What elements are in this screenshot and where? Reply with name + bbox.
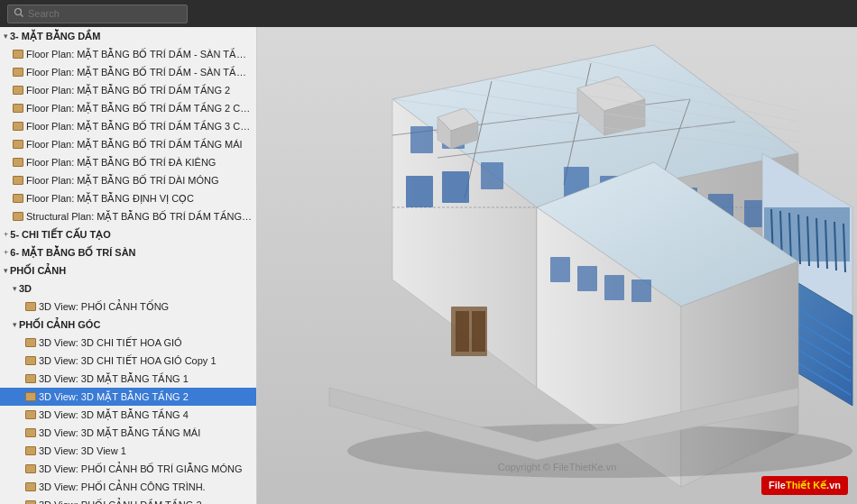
sidebar-item-dam7[interactable]: Floor Plan: MẶT BẰNG BỐ TRÍ ĐÀ KIÊNG: [0, 153, 256, 171]
sidebar-item-p5[interactable]: 3D View: 3D MẶT BẰNG TẦNG 4: [0, 406, 256, 424]
sidebar-item-label: Floor Plan: MẶT BẰNG BỐ TRÍ DẦM TẦNG 2 C…: [26, 101, 253, 115]
sidebar-item-label: 3D View: 3D MẶT BẰNG TẦNG 2: [39, 389, 189, 404]
sidebar-item-p3[interactable]: 3D View: 3D MẶT BẰNG TẦNG 1: [0, 370, 256, 388]
svg-rect-46: [631, 279, 651, 302]
sidebar-item-label: Floor Plan: MẶT BẰNG BỐ TRÍ ĐÀ KIÊNG: [26, 155, 216, 170]
top-bar: [0, 0, 857, 27]
file-icon: [25, 482, 36, 491]
sidebar-item-label: Floor Plan: MẶT BẰNG BỐ TRÍ DÀI MÓNG: [26, 173, 218, 188]
sidebar-item-label: PHỐI CẢNH: [10, 263, 66, 278]
sidebar-item-label: Floor Plan: MẶT BẰNG BỐ TRÍ DẦM - SÀN TẦ…: [26, 47, 253, 61]
svg-point-0: [15, 8, 22, 14]
sidebar-item-p7[interactable]: 3D View: 3D View 1: [0, 442, 256, 460]
sidebar-item-chitiet[interactable]: + 5- CHI TIẾT CẤU TẠO: [0, 225, 256, 243]
sidebar-item-label: Floor Plan: MẶT BẰNG BỐ TRÍ DẦM TẦNG MÁI: [26, 137, 243, 151]
file-icon: [13, 176, 23, 185]
content-area: FileThiết Kế.vn Copyright © FileThietKe.…: [257, 27, 857, 504]
file-icon: [25, 500, 36, 504]
watermark-domain: .vn: [826, 480, 841, 490]
sidebar-item-label: Floor Plan: MẶT BẰNG BỐ TRÍ DẦM TẦNG 3 C…: [26, 119, 253, 133]
file-icon: [25, 338, 36, 347]
sidebar-item-dam[interactable]: ▾ 3- MẶT BẰNG DẦM: [0, 27, 256, 45]
file-icon: [25, 446, 36, 455]
svg-rect-15: [442, 171, 469, 203]
sidebar-item-p8[interactable]: 3D View: PHỐI CẢNH BỐ TRÍ GIẰNG MÓNG: [0, 460, 256, 478]
expand-icon: +: [4, 227, 8, 242]
sidebar-item-label: 3D: [19, 281, 32, 296]
search-input[interactable]: [28, 8, 172, 19]
file-icon: [13, 50, 23, 59]
svg-rect-60: [472, 311, 485, 352]
sidebar-item-label: 3D View: 3D MẶT BẰNG TẦNG MÁI: [39, 426, 200, 440]
sidebar-item-label: 3D View: PHỐI CẢNH DẦM TẦNG 2: [39, 498, 202, 504]
sidebar-item-label: Structural Plan: MẶT BẰNG BỐ TRÍ DẦM TẦN…: [26, 209, 253, 224]
sidebar-item-dam4[interactable]: Floor Plan: MẶT BẰNG BỐ TRÍ DẦM TẦNG 2 C…: [0, 99, 256, 117]
sidebar-item-p9[interactable]: 3D View: PHỐI CẢNH CÔNG TRÌNH.: [0, 478, 256, 496]
sidebar-item-dam10[interactable]: Structural Plan: MẶT BẰNG BỐ TRÍ DẦM TẦN…: [0, 207, 256, 225]
copyright-text: Copyright © FileThietKe.vn: [498, 462, 617, 472]
sidebar-item-label: Floor Plan: MẶT BẰNG BỐ TRÍ DẦM - SÀN TẦ…: [26, 65, 253, 79]
expand-icon: +: [4, 245, 8, 260]
file-icon: [25, 428, 36, 437]
file-icon: [25, 374, 36, 383]
file-icon: [25, 356, 36, 365]
file-icon: [25, 410, 36, 419]
sidebar-item-p6[interactable]: 3D View: 3D MẶT BẰNG TẦNG MÁI: [0, 424, 256, 442]
sidebar-item-label: 3- MẶT BẰNG DẦM: [10, 29, 100, 43]
sidebar-item-label: 3D View: 3D View 1: [39, 444, 126, 458]
expand-icon: ▾: [13, 317, 17, 332]
file-icon: [13, 158, 23, 167]
building-3d-svg: [257, 27, 857, 504]
sidebar-item-matbang[interactable]: + 6- MẶT BẰNG BỐ TRÍ SÀN: [0, 243, 256, 261]
sidebar-item-label: 3D View: PHỐI CẢNH TỔNG: [39, 299, 169, 314]
expand-icon: ▾: [4, 29, 8, 43]
watermark: FileThiết Kế.vn: [761, 476, 848, 495]
expand-icon: ▾: [4, 263, 8, 278]
building-view: FileThiết Kế.vn Copyright © FileThietKe.…: [257, 27, 857, 504]
svg-rect-59: [456, 311, 469, 352]
sidebar-item-dam6[interactable]: Floor Plan: MẶT BẰNG BỐ TRÍ DẦM TẦNG MÁI: [0, 135, 256, 153]
sidebar-item-phoicanh[interactable]: ▾ PHỐI CẢNH: [0, 261, 256, 279]
svg-rect-14: [406, 176, 433, 207]
sidebar-item-3d[interactable]: ▾ 3D: [0, 279, 256, 298]
sidebar-item-phoicanh-goc[interactable]: ▾ PHỐI CẢNH GÓC: [0, 316, 256, 334]
file-icon: [13, 68, 23, 77]
expand-icon: ▾: [13, 281, 17, 296]
sidebar-item-label: Floor Plan: MẶT BẰNG ĐỊNH VỊ CỌC: [26, 191, 194, 206]
sidebar-item-dam8[interactable]: Floor Plan: MẶT BẰNG BỐ TRÍ DÀI MÓNG: [0, 171, 256, 189]
sidebar-item-label: 3D View: 3D CHI TIẾT HOA GIÓ: [39, 335, 182, 350]
file-icon: [13, 212, 23, 221]
sidebar-item-label: Floor Plan: MẶT BẰNG BỐ TRÍ DẦM TẦNG 2: [26, 83, 230, 97]
search-box[interactable]: [7, 5, 188, 23]
file-icon: [25, 302, 36, 311]
svg-line-1: [21, 14, 23, 16]
file-icon: [13, 104, 23, 113]
sidebar-item-label: 3D View: PHỐI CẢNH CÔNG TRÌNH.: [39, 480, 206, 494]
sidebar-item-label: 5- CHI TIẾT CẤU TẠO: [10, 227, 111, 242]
sidebar-item-dam5[interactable]: Floor Plan: MẶT BẰNG BỐ TRÍ DẦM TẦNG 3 C…: [0, 117, 256, 135]
sidebar-item-label: 3D View: 3D MẶT BẰNG TẦNG 4: [39, 408, 189, 422]
svg-rect-43: [550, 257, 570, 282]
sidebar-item-3d1[interactable]: 3D View: PHỐI CẢNH TỔNG: [0, 298, 256, 316]
search-icon: [14, 7, 24, 21]
sidebar-item-dam9[interactable]: Floor Plan: MẶT BẰNG ĐỊNH VỊ CỌC: [0, 189, 256, 207]
sidebar-item-dam2[interactable]: Floor Plan: MẶT BẰNG BỐ TRÍ DẦM - SÀN TẦ…: [0, 63, 256, 81]
sidebar-item-p1[interactable]: 3D View: 3D CHI TIẾT HOA GIÓ: [0, 334, 256, 352]
sidebar-item-dam3[interactable]: Floor Plan: MẶT BẰNG BỐ TRÍ DẦM TẦNG 2: [0, 81, 256, 99]
sidebar-item-label: 3D View: 3D MẶT BẰNG TẦNG 1: [39, 371, 189, 386]
file-icon: [13, 122, 23, 131]
sidebar: ▾ 3- MẶT BẰNG DẦMFloor Plan: MẶT BẰNG BỐ…: [0, 27, 257, 504]
sidebar-item-p2[interactable]: 3D View: 3D CHI TIẾT HOA GIÓ Copy 1: [0, 352, 256, 370]
sidebar-item-dam1[interactable]: Floor Plan: MẶT BẰNG BỐ TRÍ DẦM - SÀN TẦ…: [0, 45, 256, 63]
svg-rect-45: [604, 275, 624, 300]
file-icon: [13, 194, 23, 203]
file-icon: [13, 140, 23, 149]
file-icon: [13, 86, 23, 95]
sidebar-item-p4[interactable]: 3D View: 3D MẶT BẰNG TẦNG 2: [0, 388, 256, 406]
file-icon: [25, 464, 36, 473]
svg-rect-44: [577, 266, 597, 291]
sidebar-item-p10[interactable]: 3D View: PHỐI CẢNH DẦM TẦNG 2: [0, 496, 256, 504]
sidebar-item-label: 6- MẶT BẰNG BỐ TRÍ SÀN: [10, 245, 135, 260]
sidebar-item-label: 3D View: 3D CHI TIẾT HOA GIÓ Copy 1: [39, 353, 217, 368]
watermark-brand: Thiết Kế: [786, 480, 826, 490]
